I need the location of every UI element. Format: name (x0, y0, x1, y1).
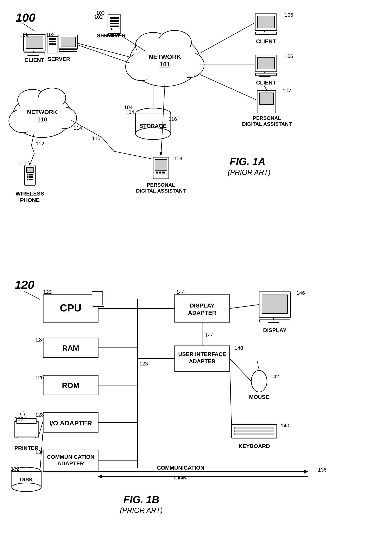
svg-text:I/O ADAPTER: I/O ADAPTER (49, 419, 92, 427)
svg-text:116: 116 (168, 116, 177, 122)
svg-line-112 (102, 138, 114, 151)
svg-rect-3 (110, 17, 119, 19)
svg-text:(PRIOR ART): (PRIOR ART) (120, 506, 163, 514)
svg-rect-49 (24, 53, 45, 55)
svg-text:126: 126 (35, 375, 44, 380)
svg-line-99 (200, 75, 257, 100)
svg-text:CLIENT: CLIENT (256, 80, 276, 86)
svg-rect-23 (256, 73, 276, 76)
svg-text:NETWORK: NETWORK (149, 53, 181, 60)
svg-text:ADAPTER: ADAPTER (57, 460, 84, 467)
svg-rect-90 (162, 171, 165, 173)
svg-text:MOUSE: MOUSE (249, 394, 269, 400)
svg-line-184 (230, 305, 259, 309)
svg-text:NETWORK: NETWORK (27, 109, 57, 115)
svg-text:FIG. 1A: FIG. 1A (230, 156, 265, 167)
svg-rect-77 (27, 176, 29, 178)
svg-rect-160 (235, 427, 274, 429)
svg-text:100: 100 (16, 11, 35, 24)
svg-rect-167 (18, 436, 35, 438)
svg-text:128: 128 (35, 412, 44, 418)
svg-rect-13 (258, 16, 274, 28)
svg-text:144: 144 (205, 332, 214, 338)
svg-line-108 (31, 145, 34, 153)
svg-text:146: 146 (296, 290, 305, 296)
svg-text:LINK: LINK (174, 475, 187, 481)
svg-marker-102 (160, 152, 162, 156)
svg-text:140: 140 (281, 423, 289, 429)
svg-rect-53 (49, 38, 56, 40)
svg-text:CLIENT: CLIENT (24, 57, 44, 63)
svg-line-106 (77, 43, 130, 57)
svg-text:CLIENT: CLIENT (256, 38, 276, 44)
svg-text:142: 142 (270, 373, 279, 380)
svg-rect-81 (29, 179, 31, 180)
svg-text:DISK: DISK (20, 477, 33, 483)
svg-line-187 (38, 420, 43, 437)
svg-text:110: 110 (37, 116, 47, 123)
svg-text:PERSONAL: PERSONAL (253, 115, 281, 121)
svg-line-186 (230, 361, 232, 431)
page: 100 SERVER SERVER 103 102 CLIENT 105 CLI… (0, 0, 392, 560)
svg-text:PHONE: PHONE (20, 197, 40, 203)
svg-line-28 (264, 85, 267, 90)
svg-text:RAM: RAM (62, 344, 79, 352)
svg-text:WIRELESS: WIRELESS (16, 190, 44, 197)
svg-text:SERVER: SERVER (48, 56, 70, 62)
svg-line-109 (30, 153, 34, 165)
svg-text:130: 130 (15, 416, 23, 422)
svg-text:114: 114 (74, 125, 82, 131)
svg-text:101: 101 (160, 61, 170, 68)
svg-rect-165 (15, 421, 38, 437)
svg-text:ROM: ROM (62, 381, 79, 390)
svg-line-169 (24, 411, 26, 419)
svg-text:CPU: CPU (60, 302, 81, 314)
svg-text:DISPLAY: DISPLAY (190, 302, 215, 309)
svg-rect-78 (29, 176, 31, 178)
svg-text:DIGITAL ASSISTANT: DIGITAL ASSISTANT (242, 121, 292, 127)
fig1a-diagram: 100 SERVER SERVER 103 102 CLIENT 105 CLI… (4, 4, 389, 267)
fig1b-diagram: 120 CPU 122 123 RAM 124 ROM 126 I/O ADAP… (4, 271, 389, 554)
svg-rect-6 (110, 26, 119, 27)
svg-rect-57 (61, 37, 76, 47)
svg-rect-72 (27, 168, 33, 172)
svg-rect-76 (31, 174, 33, 175)
svg-text:ADAPTER: ADAPTER (189, 358, 215, 364)
svg-line-113 (114, 151, 153, 159)
svg-text:102: 102 (94, 14, 103, 20)
svg-text:113: 113 (174, 155, 182, 161)
svg-rect-16 (256, 32, 276, 34)
svg-text:104: 104 (124, 104, 133, 110)
svg-point-68 (16, 97, 69, 135)
svg-rect-75 (29, 174, 31, 175)
svg-rect-20 (258, 57, 274, 69)
svg-line-104 (78, 45, 130, 63)
svg-rect-82 (31, 179, 33, 180)
svg-line-188 (40, 428, 43, 468)
svg-rect-144 (262, 295, 287, 313)
svg-text:144: 144 (176, 289, 185, 295)
svg-text:111: 111 (19, 160, 27, 166)
svg-text:(PRIOR ART): (PRIOR ART) (228, 168, 270, 176)
svg-text:PRINTER: PRINTER (15, 445, 39, 451)
svg-text:124: 124 (35, 337, 44, 343)
svg-text:107: 107 (283, 88, 291, 93)
svg-rect-55 (49, 43, 56, 45)
svg-rect-80 (27, 179, 29, 180)
svg-text:136: 136 (318, 467, 326, 473)
svg-rect-54 (49, 41, 56, 42)
svg-text:DIGITAL ASSISTANT: DIGITAL ASSISTANT (136, 188, 186, 194)
svg-text:ADAPTER: ADAPTER (188, 310, 216, 316)
svg-text:DISPLAY: DISPLAY (263, 327, 287, 333)
svg-text:120: 120 (15, 278, 34, 291)
svg-rect-5 (110, 23, 119, 24)
svg-text:PERSONAL: PERSONAL (147, 182, 175, 188)
svg-rect-88 (156, 171, 158, 173)
svg-marker-190 (304, 470, 308, 474)
svg-rect-74 (27, 174, 29, 175)
svg-rect-161 (235, 430, 274, 432)
svg-line-118 (24, 291, 40, 300)
svg-text:112: 112 (36, 141, 44, 147)
svg-marker-192 (98, 475, 102, 479)
svg-rect-27 (259, 93, 273, 105)
